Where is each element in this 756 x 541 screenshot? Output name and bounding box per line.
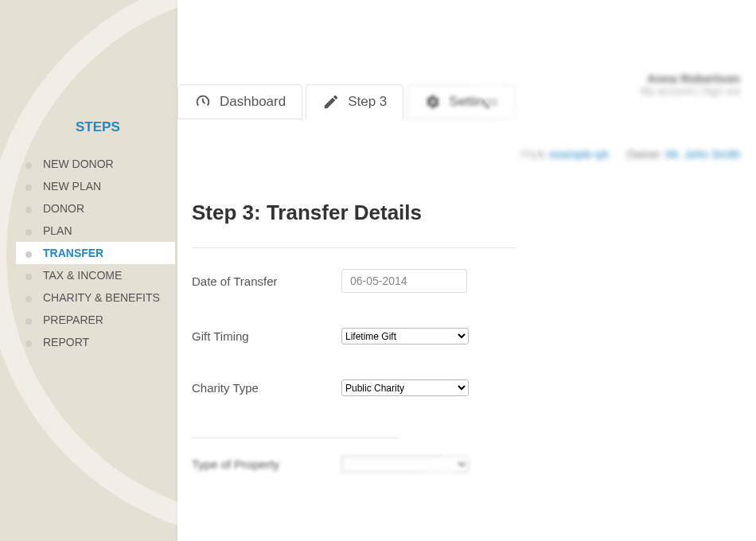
sidebar-item-tax-income[interactable]: TAX & INCOME [16,264,175,286]
page-title: Step 3: Transfer Details [192,200,742,225]
meta-plan-link[interactable]: example-qA [549,148,608,161]
tab-label: Settings [449,94,497,110]
pencil-icon [322,93,340,111]
sidebar-item-donor[interactable]: DONOR [16,197,175,220]
step-bullet-icon [25,296,32,302]
step-bullet-icon [25,251,32,258]
select-gift-timing[interactable]: Lifetime Gift [341,328,469,344]
sidebar-item-label: NEW DONOR [43,158,114,170]
divider [192,247,516,248]
sidebar-item-label: NEW PLAN [43,180,101,193]
tab-settings[interactable]: Settings [407,84,514,119]
label-type-of-property: Type of Property [192,457,341,471]
select-charity-type[interactable]: Public Charity [341,379,469,396]
form-row-charity-type: Charity Type Public Charity [192,362,742,414]
steps-sidebar: STEPS NEW DONORNEW PLANDONORPLANTRANSFER… [16,119,175,353]
input-date-of-transfer[interactable] [341,269,467,293]
tab-dashboard[interactable]: Dashboard [177,84,302,119]
user-account-links[interactable]: My account | Sign out [641,85,740,97]
step-bullet-icon [25,162,32,169]
sidebar-item-label: TAX & INCOME [43,269,122,282]
label-date-of-transfer: Date of Transfer [192,274,341,288]
sidebar-title: STEPS [16,119,175,153]
sidebar-item-plan[interactable]: PLAN [16,220,175,242]
tab-label: Step 3 [348,94,387,110]
label-gift-timing: Gift Timing [192,329,341,343]
step-bullet-icon [25,185,32,191]
meta-plan-label: Plan: [521,148,547,161]
sidebar-item-preparer[interactable]: PREPARER [16,309,175,331]
step-bullet-icon [25,229,32,235]
sidebar-item-label: CHARITY & BENEFITS [43,291,160,304]
step-bullet-icon [25,318,32,325]
step-bullet-icon [25,274,32,280]
sidebar-item-label: REPORT [43,336,89,348]
label-charity-type: Charity Type [192,381,341,395]
sidebar-item-label: TRANSFER [43,247,103,259]
form-row-gift-timing: Gift Timing Lifetime Gift [192,310,742,362]
sidebar-item-transfer[interactable]: TRANSFER [16,242,175,264]
sidebar-item-charity-benefits[interactable]: CHARITY & BENEFITS [16,286,175,309]
sidebar-item-label: PREPARER [43,313,103,326]
sidebar-item-new-plan[interactable]: NEW PLAN [16,175,175,197]
tabs-container: DashboardStep 3Settings [177,84,515,119]
step-bullet-icon [25,341,32,347]
meta-line: Plan: example-qA Owner: Mr. John Smith [521,148,740,161]
meta-owner-link[interactable]: Mr. John Smith [666,148,740,161]
meta-owner-label: Owner: [627,148,663,161]
sidebar-item-label: PLAN [43,224,72,237]
tab-step-3[interactable]: Step 3 [306,84,403,119]
gears-icon [423,93,441,111]
form-row-type-of-property: Type of Property [192,438,742,490]
dashboard-icon [194,93,212,111]
select-type-of-property[interactable] [341,456,469,473]
user-name: Anna Robertson [641,72,740,85]
form-row-date-of-transfer: Date of Transfer [192,251,742,310]
tab-label: Dashboard [220,94,286,110]
step-bullet-icon [25,207,32,213]
tab-content: Step 3: Transfer Details Date of Transfe… [192,121,742,541]
sidebar-item-label: DONOR [43,202,84,215]
user-header: Anna Robertson My account | Sign out [641,72,740,97]
sidebar-item-report[interactable]: REPORT [16,331,175,353]
sidebar-item-new-donor[interactable]: NEW DONOR [16,153,175,175]
sidebar-items-container: NEW DONORNEW PLANDONORPLANTRANSFERTAX & … [16,153,175,353]
